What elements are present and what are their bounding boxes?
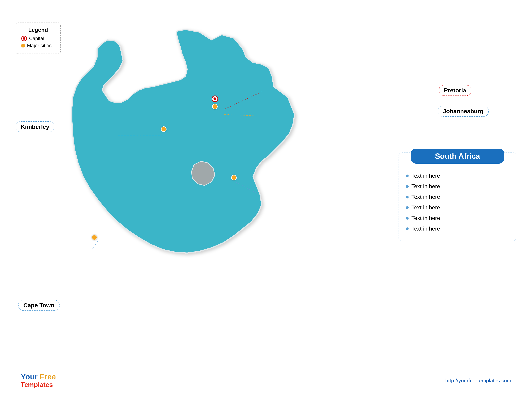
info-item-1: Text in here <box>406 171 509 181</box>
info-item-6: Text in here <box>406 223 509 234</box>
svg-line-4 <box>92 241 98 250</box>
info-item-3: Text in here <box>406 192 509 202</box>
capetown-label: Cape Town <box>18 300 60 311</box>
kimberley-label: Kimberley <box>16 121 54 132</box>
capital-icon <box>21 36 27 41</box>
legend-box: Legend Capital Major cities <box>16 23 61 54</box>
pretoria-label: Pretoria <box>439 85 472 96</box>
svg-point-6 <box>23 37 25 40</box>
footer-link[interactable]: http://yourfreetemplates.com <box>445 378 511 384</box>
logo: Your Free Templates <box>21 373 56 389</box>
footer: Your Free Templates http://yourfreetempl… <box>0 373 532 389</box>
major-city-dot-icon <box>21 44 25 47</box>
johannesburg-label: Johannesburg <box>438 106 489 117</box>
legend-title: Legend <box>21 27 55 33</box>
legend-major-label: Major cities <box>27 43 52 48</box>
info-list: Text in here Text in here Text in here T… <box>399 169 516 236</box>
logo-top: Your Free <box>21 373 56 381</box>
legend-capital-label: Capital <box>29 36 44 41</box>
logo-bottom: Templates <box>21 381 56 389</box>
info-item-2: Text in here <box>406 181 509 192</box>
info-box-title: South Africa <box>411 149 504 164</box>
info-item-4: Text in here <box>406 202 509 213</box>
info-box: South Africa Text in here Text in here T… <box>399 152 516 241</box>
info-item-5: Text in here <box>406 213 509 223</box>
legend-major-item: Major cities <box>21 43 55 48</box>
legend-capital-item: Capital <box>21 36 55 41</box>
